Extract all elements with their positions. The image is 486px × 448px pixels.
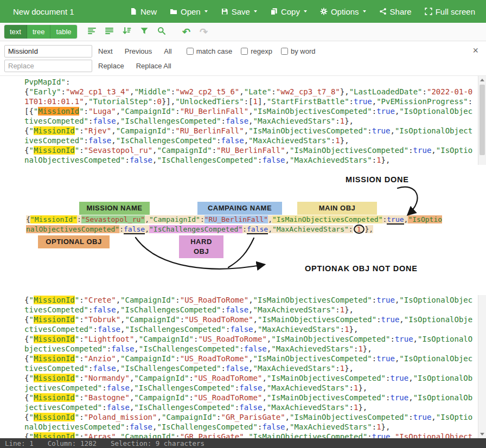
code-line: {"Early":"ww2_cp1_t3_4","Middle":"ww2_cp…	[0, 87, 486, 97]
menu-open-button[interactable]: Open	[170, 7, 208, 16]
code-line: {"MissionId":"Normandy","CampaignId":"US…	[0, 373, 486, 383]
chevron-down-icon	[254, 10, 257, 12]
annotation-segment: ,	[268, 225, 272, 233]
app-header: New document 1 New Open Save Copy	[0, 0, 486, 23]
menu-fullscreen-button[interactable]: Full screen	[425, 7, 475, 16]
editor-toolbar: text tree table ↶ ↷	[0, 23, 486, 41]
annotation-label-optional-obj: OPTIONAL OBJ	[38, 235, 110, 248]
menu-new-button[interactable]: New	[130, 7, 157, 16]
chevron-down-icon	[304, 10, 307, 12]
search-match: MissionId	[34, 146, 75, 155]
search-match: MissionId	[34, 296, 75, 304]
search-match: MissionId	[34, 126, 75, 135]
menu-options-button[interactable]: Options	[320, 7, 366, 16]
arrow-mission-done	[398, 187, 418, 214]
scrollbar-thumb[interactable]	[479, 85, 485, 155]
code-line: bjectivesCompeted":false,"IsChallengesCo…	[0, 344, 486, 354]
code-line: PvpMapId":	[0, 77, 486, 87]
annotation-segment: :	[349, 225, 353, 233]
save-icon	[221, 8, 228, 15]
search-match-active: MissionId	[38, 107, 79, 116]
code-line: {"MissionId":"Arras","CampaignId":"GR_Pa…	[0, 432, 486, 438]
search-match: MissionId	[34, 335, 75, 343]
scroll-down-arrow-icon[interactable]	[480, 433, 484, 436]
code-line: jectivesCompeted":false,"IsChallengesCom…	[0, 383, 486, 393]
annotation-segment: :	[200, 215, 204, 223]
format-button[interactable]	[85, 25, 100, 39]
chevron-down-icon	[204, 10, 208, 12]
code-block-top: PvpMapId":{"Early":"ww2_cp1_t3_4","Middl…	[0, 76, 486, 165]
filter-button[interactable]	[137, 25, 152, 39]
find-row: Next Previous All match case regexp by w…	[4, 44, 482, 59]
find-next-button[interactable]: Next	[92, 45, 119, 57]
json-text-editor[interactable]: PvpMapId":{"Early":"ww2_cp1_t3_4","Middl…	[0, 76, 486, 438]
annotation-segment: false	[124, 225, 145, 234]
code-line: {"MissionId":"Poland_mission","CampaignI…	[0, 412, 486, 422]
gear-icon	[320, 8, 328, 15]
mode-tree-button[interactable]: tree	[27, 25, 50, 39]
menu-new-label: New	[140, 7, 157, 16]
menu-save-label: Save	[232, 7, 250, 16]
format-icon	[88, 27, 97, 37]
code-line: 1T01:01:01.1","TutorialStep":0}],"Unlock…	[0, 97, 486, 106]
undo-button[interactable]: ↶	[179, 25, 194, 39]
regexp-option[interactable]: regexp	[241, 47, 272, 55]
mode-text-button[interactable]: text	[4, 25, 27, 39]
document-title[interactable]: New document 1	[13, 7, 74, 16]
sort-icon	[123, 27, 131, 37]
fullscreen-icon	[425, 8, 432, 15]
status-column: Column: 1282	[48, 439, 97, 447]
code-line: {"MissionId":"Sevastopol_ru","CampaignId…	[0, 145, 486, 155]
sort-button[interactable]	[119, 25, 135, 39]
code-line: {"MissionId":"Tobruk","CampaignId":"US_R…	[0, 315, 486, 324]
annotation-label-campaing-name: CAMPAING NAME	[197, 202, 282, 215]
replace-button[interactable]: Replace	[92, 60, 130, 72]
code-line: ctivesCompeted":false,"IsChallengesCompe…	[0, 324, 486, 334]
annotation-code-line-1: {"MissionId":"Sevastopol_ru","CampaignId…	[26, 215, 442, 225]
redo-button[interactable]: ↷	[196, 25, 212, 39]
code-line: {"MissionId":"Crete","CampaignId":"US_Ro…	[0, 295, 486, 305]
by-word-option[interactable]: by word	[281, 47, 316, 55]
annotation-segment: "CampaignId"	[149, 215, 200, 223]
by-word-checkbox[interactable]	[281, 48, 288, 55]
match-case-option[interactable]: match case	[187, 47, 232, 55]
annotation-segment: 1	[354, 225, 364, 234]
annotation-label-hard-obj: HARD OBJ	[179, 235, 223, 258]
toolbar-tools: ↶ ↷	[85, 25, 212, 39]
menu-share-button[interactable]: Share	[379, 7, 412, 16]
find-previous-button[interactable]: Previous	[119, 45, 158, 57]
main-menu: New Open Save Copy Options	[130, 7, 475, 16]
code-line: tivesCompeted":false,"IsChallengesCompet…	[0, 116, 486, 126]
regexp-label: regexp	[251, 47, 272, 55]
scroll-up-arrow-icon[interactable]	[480, 79, 484, 81]
share-icon	[379, 8, 387, 15]
annotation-segment: {	[26, 215, 30, 223]
menu-open-label: Open	[181, 7, 201, 16]
annotation-label-mission-name: MISSION NAME	[79, 202, 150, 215]
menu-save-button[interactable]: Save	[221, 7, 257, 16]
undo-icon: ↶	[182, 27, 190, 37]
mode-table-button[interactable]: table	[50, 25, 76, 39]
mode-switcher: text tree table	[4, 25, 77, 39]
find-all-button[interactable]: All	[158, 45, 177, 57]
menu-fullscreen-label: Full screen	[436, 7, 475, 16]
regexp-checkbox[interactable]	[241, 48, 248, 55]
code-line: {"MissionId":"Lightfoot","CampaignId":"U…	[0, 334, 486, 344]
code-line: nalObjectivesCompeted":false,"IsChalleng…	[0, 155, 486, 165]
menu-share-label: Share	[390, 7, 412, 16]
replace-input[interactable]	[4, 60, 92, 72]
match-case-checkbox[interactable]	[187, 48, 194, 55]
compact-button[interactable]	[102, 25, 117, 39]
search-match: MissionId	[34, 432, 75, 438]
by-word-label: by word	[291, 47, 316, 55]
find-input[interactable]	[4, 45, 92, 57]
search-button[interactable]	[154, 25, 169, 39]
menu-copy-label: Copy	[281, 7, 300, 16]
replace-all-button[interactable]: Replace All	[130, 60, 177, 72]
folder-open-icon	[170, 8, 177, 15]
code-line: tivesCompeted":false,"IsChallengesCompet…	[0, 363, 486, 373]
close-search-button[interactable]: ×	[472, 46, 478, 55]
annotation-segment: ,	[268, 215, 272, 223]
code-line: {"MissionId":"Rjev","CampaignId":"RU_Ber…	[0, 126, 486, 136]
menu-copy-button[interactable]: Copy	[270, 7, 307, 16]
